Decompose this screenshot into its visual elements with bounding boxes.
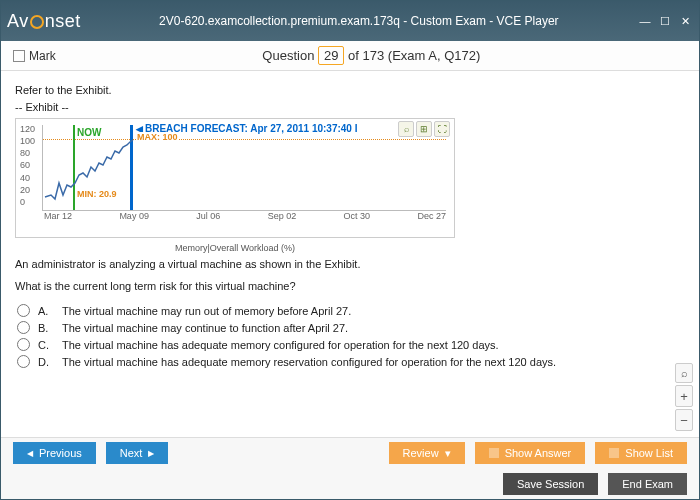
question-text: What is the current long term risk for t…	[15, 280, 685, 292]
y-tick: 40	[20, 174, 35, 183]
option-a[interactable]: A.The virtual machine may run out of mem…	[15, 302, 685, 319]
question-indicator: Question 29 of 173 (Exam A, Q172)	[56, 46, 687, 65]
mark-label: Mark	[29, 49, 56, 63]
exhibit-label: -- Exhibit --	[15, 101, 685, 113]
x-tick: Mar 12	[44, 211, 72, 221]
question-of-text: of 173 (Exam A, Q172)	[348, 48, 480, 63]
zoom-in-button[interactable]: +	[675, 385, 693, 407]
save-session-button[interactable]: Save Session	[503, 473, 598, 495]
option-c-text: The virtual machine has adequate memory …	[62, 339, 499, 351]
title-bar: Avnset 2V0-620.examcollection.premium.ex…	[1, 1, 699, 41]
show-list-label: Show List	[625, 447, 673, 459]
option-a-text: The virtual machine may run out of memor…	[62, 305, 351, 317]
question-number: 29	[318, 46, 344, 65]
window-controls: — ☐ ✕	[637, 14, 693, 28]
x-tick: Oct 30	[344, 211, 371, 221]
next-button[interactable]: Next	[106, 442, 169, 464]
maximize-button[interactable]: ☐	[657, 14, 673, 28]
option-letter: A.	[38, 305, 54, 317]
option-d-text: The virtual machine has adequate memory …	[62, 356, 556, 368]
option-letter: C.	[38, 339, 54, 351]
option-d-radio[interactable]	[17, 355, 30, 368]
y-tick: 60	[20, 161, 35, 170]
show-answer-label: Show Answer	[505, 447, 572, 459]
logo-text-1: Av	[7, 11, 29, 32]
footer-bar: Previous Next Review▾ Show Answer Show L…	[1, 437, 699, 499]
mark-checkbox[interactable]	[13, 50, 25, 62]
square-icon	[609, 448, 619, 458]
admin-analysis-text: An administrator is analyzing a virtual …	[15, 258, 685, 270]
minimize-button[interactable]: —	[637, 14, 653, 28]
chart-caption: Memory|Overall Workload (%)	[15, 243, 455, 253]
y-tick: 120	[20, 125, 35, 134]
window-title: 2V0-620.examcollection.premium.exam.173q…	[81, 14, 637, 28]
footer-row-2: Save Session End Exam	[1, 469, 699, 500]
question-bar: Mark Question 29 of 173 (Exam A, Q172)	[1, 41, 699, 71]
show-list-button[interactable]: Show List	[595, 442, 687, 464]
app-logo: Avnset	[7, 11, 81, 32]
y-tick: 100	[20, 137, 35, 146]
option-a-radio[interactable]	[17, 304, 30, 317]
logo-ring-icon	[30, 15, 44, 29]
chart-line	[43, 125, 443, 211]
square-icon	[489, 448, 499, 458]
chart-exhibit: BREACH FORECAST: Apr 27, 2011 10:37:40 I…	[15, 118, 455, 238]
x-tick: Dec 27	[417, 211, 446, 221]
chart-y-axis: 120 100 80 60 40 20 0	[20, 125, 35, 207]
review-button[interactable]: Review▾	[389, 442, 465, 464]
chart-plot-area: MAX: 100 NOW MIN: 20.9	[42, 125, 446, 211]
chevron-down-icon: ▾	[445, 447, 451, 460]
show-answer-button[interactable]: Show Answer	[475, 442, 586, 464]
chart-x-axis: Mar 12 May 09 Jul 06 Sep 02 Oct 30 Dec 2…	[44, 211, 446, 221]
option-letter: D.	[38, 356, 54, 368]
option-b-text: The virtual machine may continue to func…	[62, 322, 348, 334]
option-c-radio[interactable]	[17, 338, 30, 351]
y-tick: 80	[20, 149, 35, 158]
question-word: Question	[262, 48, 314, 63]
option-d[interactable]: D.The virtual machine has adequate memor…	[15, 353, 685, 370]
mark-checkbox-area[interactable]: Mark	[13, 49, 56, 63]
option-c[interactable]: C.The virtual machine has adequate memor…	[15, 336, 685, 353]
x-tick: May 09	[119, 211, 149, 221]
close-button[interactable]: ✕	[677, 14, 693, 28]
x-tick: Jul 06	[196, 211, 220, 221]
y-tick: 20	[20, 186, 35, 195]
side-zoom-controls: ⌕ + −	[675, 363, 693, 431]
app-window: Avnset 2V0-620.examcollection.premium.ex…	[0, 0, 700, 500]
end-exam-button[interactable]: End Exam	[608, 473, 687, 495]
magnifier-icon[interactable]: ⌕	[675, 363, 693, 383]
footer-row-1: Previous Next Review▾ Show Answer Show L…	[1, 438, 699, 469]
answer-options: A.The virtual machine may run out of mem…	[15, 302, 685, 370]
zoom-out-button[interactable]: −	[675, 409, 693, 431]
refer-text: Refer to the Exhibit.	[15, 84, 685, 96]
option-letter: B.	[38, 322, 54, 334]
logo-text-2: nset	[45, 11, 81, 32]
y-tick: 0	[20, 198, 35, 207]
option-b[interactable]: B.The virtual machine may continue to fu…	[15, 319, 685, 336]
content-area: Refer to the Exhibit. -- Exhibit -- BREA…	[1, 71, 699, 437]
x-tick: Sep 02	[268, 211, 297, 221]
option-b-radio[interactable]	[17, 321, 30, 334]
previous-button[interactable]: Previous	[13, 442, 96, 464]
review-label: Review	[403, 447, 439, 459]
